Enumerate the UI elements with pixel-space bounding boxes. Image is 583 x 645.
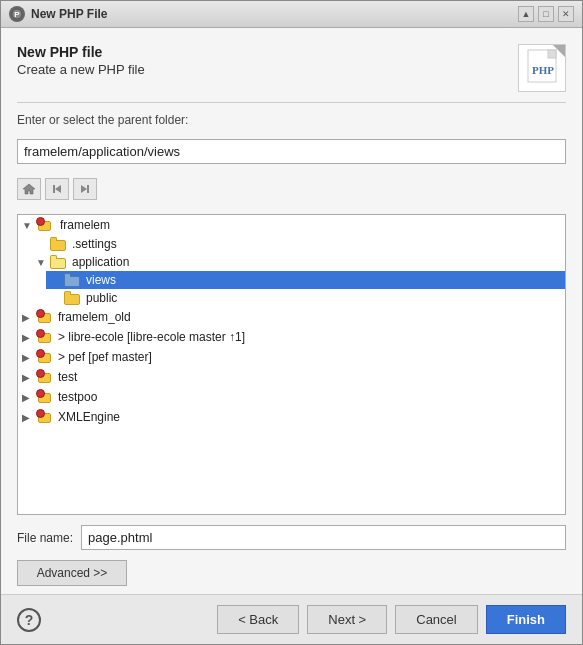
cancel-button[interactable]: Cancel: [395, 605, 477, 634]
bottom-bar: ? < Back Next > Cancel Finish: [1, 594, 582, 644]
filename-input[interactable]: [81, 525, 566, 550]
php-file-icon: PHP: [518, 44, 566, 92]
maximize-button[interactable]: □: [538, 6, 554, 22]
tree-label-xmlengine: XMLEngine: [58, 410, 120, 424]
arrow-public: [50, 293, 62, 304]
arrow-views: [50, 275, 62, 286]
filename-row: File name:: [17, 525, 566, 550]
folder-path-input[interactable]: [17, 139, 566, 164]
title-bar: P New PHP File ▲ □ ✕: [1, 1, 582, 28]
tree-label-settings: .settings: [72, 237, 117, 251]
header-text: New PHP file Create a new PHP file: [17, 44, 145, 77]
tree-label-framelem: framelem: [60, 218, 110, 232]
svg-text:PHP: PHP: [532, 64, 554, 76]
tree-label-application: application: [72, 255, 129, 269]
arrow-xmlengine: ▶: [22, 412, 34, 423]
tree-label-views: views: [86, 273, 116, 287]
tree-item-framelem-old[interactable]: ▶ framelem_old: [18, 307, 565, 327]
tree-item-testpoo[interactable]: ▶ testpoo: [18, 387, 565, 407]
header-section: New PHP file Create a new PHP file PHP: [17, 44, 566, 92]
dialog-title: New PHP file: [17, 44, 145, 60]
back-button[interactable]: < Back: [217, 605, 299, 634]
tree-item-public[interactable]: public: [46, 289, 565, 307]
window-icon: P: [9, 6, 25, 22]
arrow-testpoo: ▶: [22, 392, 34, 403]
window: P New PHP File ▲ □ ✕ New PHP file Create…: [0, 0, 583, 645]
help-button[interactable]: ?: [17, 608, 41, 632]
filename-label: File name:: [17, 531, 73, 545]
finish-button[interactable]: Finish: [486, 605, 566, 634]
dialog-subtitle: Create a new PHP file: [17, 62, 145, 77]
svg-rect-10: [87, 185, 89, 193]
tree-item-libre-ecole[interactable]: ▶ > libre-ecole [libre-ecole master ↑1]: [18, 327, 565, 347]
folder-tree[interactable]: ▼ framelem: [17, 214, 566, 515]
minimize-button[interactable]: ▲: [518, 6, 534, 22]
title-bar-controls: ▲ □ ✕: [518, 6, 574, 22]
tree-item-application[interactable]: ▼ application: [32, 253, 565, 271]
back-button[interactable]: [45, 178, 69, 200]
arrow-framelem: ▼: [22, 220, 34, 231]
tree-item-xmlengine[interactable]: ▶ XMLEngine: [18, 407, 565, 427]
home-button[interactable]: [17, 178, 41, 200]
icon-corner: [553, 45, 565, 57]
navigation-buttons: < Back Next > Cancel Finish: [217, 605, 566, 634]
arrow-libre-ecole: ▶: [22, 332, 34, 343]
arrow-application: ▼: [36, 257, 48, 268]
arrow-test: ▶: [22, 372, 34, 383]
svg-marker-9: [81, 185, 87, 193]
tree-label-pef: > pef [pef master]: [58, 350, 152, 364]
title-bar-label: New PHP File: [31, 7, 512, 21]
folder-label: Enter or select the parent folder:: [17, 113, 566, 127]
tree-label-public: public: [86, 291, 117, 305]
arrow-settings: [36, 239, 48, 250]
svg-rect-8: [53, 185, 55, 193]
tree-item-test[interactable]: ▶ test: [18, 367, 565, 387]
content-area: New PHP file Create a new PHP file PHP E…: [1, 28, 582, 594]
tree-label-framelem-old: framelem_old: [58, 310, 131, 324]
tree-label-libre-ecole: > libre-ecole [libre-ecole master ↑1]: [58, 330, 245, 344]
tree-item-settings[interactable]: .settings: [32, 235, 565, 253]
svg-marker-7: [55, 185, 61, 193]
forward-button[interactable]: [73, 178, 97, 200]
tree-toolbar: [17, 174, 566, 204]
tree-item-pef[interactable]: ▶ > pef [pef master]: [18, 347, 565, 367]
arrow-pef: ▶: [22, 352, 34, 363]
advanced-button[interactable]: Advanced >>: [17, 560, 127, 586]
tree-label-testpoo: testpoo: [58, 390, 97, 404]
header-divider: [17, 102, 566, 103]
arrow-framelem-old: ▶: [22, 312, 34, 323]
next-button[interactable]: Next >: [307, 605, 387, 634]
advanced-section: Advanced >>: [17, 560, 566, 586]
close-button[interactable]: ✕: [558, 6, 574, 22]
svg-text:P: P: [14, 10, 20, 19]
tree-label-test: test: [58, 370, 77, 384]
tree-item-framelem[interactable]: ▼ framelem: [18, 215, 565, 235]
svg-marker-6: [23, 184, 35, 194]
tree-item-views[interactable]: views: [46, 271, 565, 289]
